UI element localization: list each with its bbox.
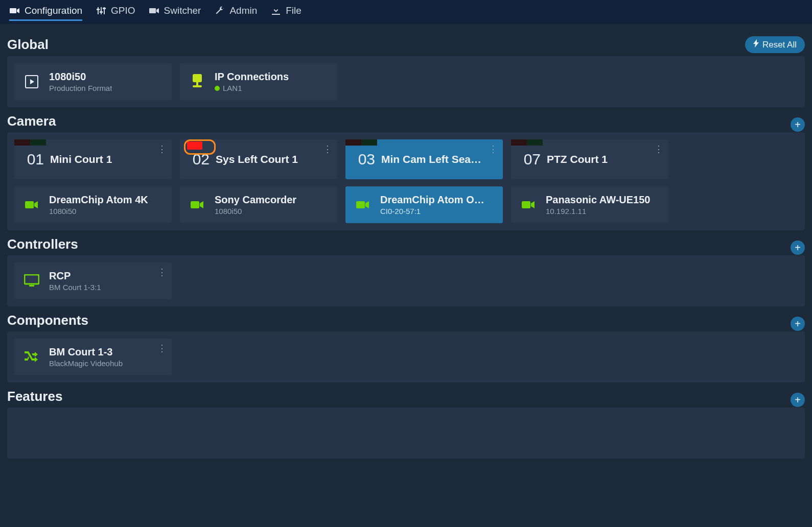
camera-head-tile[interactable]: ⋮01Mini Court 1: [14, 139, 172, 179]
lan-label: LAN1: [223, 84, 242, 92]
camera-number: 01: [21, 151, 44, 168]
section-title: Features: [7, 389, 62, 404]
camera-device-tile[interactable]: DreamChip Atom O…CI0-20-57:1: [345, 186, 503, 223]
camera-icon: [518, 200, 539, 209]
features-panel: [7, 408, 805, 459]
camera-head-tile[interactable]: ⋮03Min Cam Left Seat …: [345, 139, 503, 179]
kebab-icon[interactable]: ⋮: [323, 145, 332, 154]
camera-device-tile[interactable]: Sony Camcorder1080i50: [180, 186, 337, 223]
svg-rect-7: [149, 8, 156, 13]
production-format-tile[interactable]: 1080i50 Production Format: [14, 63, 172, 100]
camera-name: Min Cam Left Seat …: [381, 153, 483, 165]
camera-icon: [9, 6, 20, 15]
add-feature-button[interactable]: +: [791, 393, 805, 407]
nav-gpio[interactable]: GPIO: [96, 5, 135, 21]
nav-admin[interactable]: Admin: [214, 5, 257, 21]
global-panel: 1080i50 Production Format IP Connections…: [7, 56, 805, 107]
camera-device-tile[interactable]: DreamChip Atom 4K1080i50: [14, 186, 172, 223]
ip-connections-tile[interactable]: IP Connections LAN1: [180, 63, 337, 100]
camera-column: ⋮03Min Cam Left Seat …DreamChip Atom O…C…: [345, 139, 503, 223]
device-title: Sony Camcorder: [215, 194, 296, 206]
svg-rect-1: [98, 7, 99, 14]
svg-rect-17: [29, 285, 34, 286]
svg-rect-6: [103, 8, 106, 9]
button-label: Reset All: [762, 40, 797, 50]
camera-column: ⋮01Mini Court 1DreamChip Atom 4K1080i50: [14, 139, 172, 223]
section-header-features: Features +: [5, 382, 807, 408]
svg-rect-4: [97, 9, 100, 10]
nav-label: GPIO: [111, 5, 135, 16]
highlight-ring: [184, 139, 216, 155]
nav-label: File: [286, 5, 301, 16]
kebab-icon[interactable]: ⋮: [157, 268, 167, 277]
kebab-icon[interactable]: ⋮: [489, 145, 498, 154]
camera-icon: [353, 200, 373, 209]
shuffle-icon: [21, 351, 42, 363]
tile-subtitle: Production Format: [49, 84, 112, 92]
section-title: Controllers: [7, 236, 78, 252]
nav-configuration[interactable]: Configuration: [9, 5, 82, 21]
camera-panel: ⋮01Mini Court 1DreamChip Atom 4K1080i50⋮…: [7, 132, 805, 230]
svg-rect-10: [196, 82, 198, 85]
status-dot-icon: [215, 86, 220, 91]
camera-number: 03: [353, 151, 375, 168]
camera-icon: [187, 200, 207, 209]
tile-title: IP Connections: [215, 71, 289, 83]
camera-name: Mini Court 1: [50, 153, 112, 165]
network-icon: [187, 74, 207, 89]
component-tile[interactable]: ⋮ BM Court 1-3 BlackMagic Videohub: [14, 339, 172, 375]
section-title: Components: [7, 313, 88, 328]
device-subtitle: 1080i50: [215, 207, 296, 215]
reset-all-button[interactable]: Reset All: [745, 36, 805, 53]
section-header-components: Components +: [5, 306, 807, 331]
svg-rect-12: [25, 201, 34, 208]
camera-column: ⋮07PTZ Court 1Panasonic AW-UE15010.192.1…: [511, 139, 668, 223]
section-header-global: Global Reset All: [5, 30, 807, 56]
controller-tile[interactable]: ⋮ RCP BM Court 1-3:1: [14, 262, 172, 299]
kebab-icon[interactable]: ⋮: [157, 145, 167, 154]
add-camera-button[interactable]: +: [791, 117, 805, 132]
svg-rect-14: [356, 201, 365, 208]
components-panel: ⋮ BM Court 1-3 BlackMagic Videohub: [7, 331, 805, 382]
nav-label: Admin: [229, 5, 257, 16]
controllers-panel: ⋮ RCP BM Court 1-3:1: [7, 255, 805, 306]
svg-rect-16: [25, 275, 39, 284]
camera-name: PTZ Court 1: [547, 153, 608, 165]
tile-title: RCP: [49, 270, 101, 282]
nav-file[interactable]: File: [270, 5, 301, 21]
tile-subtitle: BM Court 1-3:1: [49, 283, 101, 292]
tile-subtitle: BlackMagic Videohub: [49, 359, 123, 368]
svg-rect-11: [193, 85, 202, 87]
kebab-icon[interactable]: ⋮: [157, 344, 167, 353]
camera-icon: [21, 200, 42, 209]
wrench-icon: [214, 6, 225, 15]
add-component-button[interactable]: +: [791, 317, 805, 331]
device-title: DreamChip Atom O…: [380, 194, 484, 206]
top-nav: Configuration GPIO Switcher Admin File: [0, 0, 812, 24]
section-header-controllers: Controllers +: [5, 230, 807, 255]
camera-head-tile[interactable]: ⋮07PTZ Court 1: [511, 139, 668, 179]
camera-column: ⋮02Sys Left Court 1Sony Camcorder1080i50: [180, 139, 337, 223]
add-controller-button[interactable]: +: [791, 241, 805, 255]
bolt-icon: [753, 39, 759, 50]
tally-strip: [14, 139, 46, 146]
nav-label: Configuration: [25, 5, 82, 16]
section-title: Global: [7, 37, 49, 53]
camera-head-tile[interactable]: ⋮02Sys Left Court 1: [180, 139, 337, 179]
device-subtitle: 1080i50: [49, 207, 148, 215]
device-subtitle: 10.192.1.11: [546, 207, 650, 215]
device-title: Panasonic AW-UE150: [546, 194, 650, 206]
section-header-camera: Camera +: [5, 107, 807, 132]
camera-device-tile[interactable]: Panasonic AW-UE15010.192.1.11: [511, 186, 668, 223]
kebab-icon[interactable]: ⋮: [654, 145, 663, 154]
svg-rect-2: [101, 7, 102, 14]
nav-switcher[interactable]: Switcher: [149, 5, 201, 21]
tally-strip: [345, 139, 377, 146]
tally-strip: [511, 139, 543, 146]
camera-icon: [149, 6, 160, 15]
camera-number: 07: [518, 151, 541, 168]
play-box-icon: [21, 75, 42, 88]
device-title: DreamChip Atom 4K: [49, 194, 148, 206]
tile-subtitle: LAN1: [215, 84, 289, 92]
svg-rect-9: [193, 74, 202, 82]
